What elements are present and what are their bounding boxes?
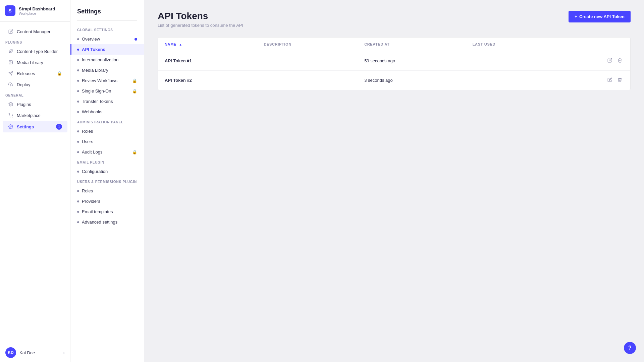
page-title-group: API Tokens List of generated tokens to c… (158, 11, 243, 28)
sidebar-section-plugins: PLUGINS (0, 37, 70, 46)
settings-nav-providers[interactable]: Providers (70, 196, 144, 206)
puzzle-icon (8, 49, 13, 54)
dot-icon (77, 190, 79, 192)
active-dot (135, 38, 137, 41)
page-title: API Tokens (158, 11, 243, 21)
cloud-icon (8, 82, 13, 87)
brand-workspace: Workplace (19, 11, 55, 15)
svg-point-3 (10, 61, 10, 62)
sidebar-footer: KD Kai Doe ‹ (0, 343, 70, 362)
create-button-label: Create new API Token (579, 14, 625, 19)
col-last-used: LAST USED (466, 38, 555, 51)
page-header: API Tokens List of generated tokens to c… (158, 11, 631, 28)
settings-nav-webhooks[interactable]: Webhooks (70, 107, 144, 117)
settings-nav-roles[interactable]: Roles (70, 126, 144, 136)
token-actions (555, 51, 630, 71)
token-last-used (466, 51, 555, 71)
section-email-plugin: EMAIL PLUGIN (70, 157, 144, 166)
table-body: API Token #1 59 seconds ago (158, 51, 630, 90)
marketplace-icon (8, 113, 13, 118)
token-actions (555, 71, 630, 90)
sidebar-section-general: GENERAL (0, 90, 70, 99)
sidebar-item-label: Content Manager (17, 29, 50, 34)
sidebar-nav: Content Manager PLUGINS Content-Type Bui… (0, 22, 70, 343)
settings-nav-roles-up[interactable]: Roles (70, 186, 144, 196)
delete-token-button[interactable] (616, 57, 624, 65)
delete-token-button[interactable] (616, 76, 624, 84)
main-content: API Tokens List of generated tokens to c… (144, 0, 644, 362)
sidebar-item-deploy[interactable]: Deploy (3, 79, 67, 90)
settings-nav-users[interactable]: Users (70, 136, 144, 147)
token-last-used (466, 71, 555, 90)
brand-logo: S (5, 5, 15, 16)
dot-icon (77, 69, 79, 71)
dot-icon (77, 221, 79, 223)
dot-icon (77, 151, 79, 153)
settings-nav-single-sign-on[interactable]: Single Sign-On 🔒 (70, 86, 144, 96)
sidebar: S Strapi Dashboard Workplace Content Man… (0, 0, 70, 362)
sidebar-item-label: Content-Type Builder (17, 49, 58, 54)
api-tokens-table-container: NAME ▲ DESCRIPTION CREATED AT LAST USED (158, 37, 631, 90)
token-created-at: 3 seconds ago (358, 71, 466, 90)
svg-point-8 (12, 117, 12, 117)
col-actions (555, 38, 630, 51)
section-global-settings: GLOBAL SETTINGS (70, 25, 144, 34)
token-description (257, 71, 358, 90)
sidebar-item-content-type-builder[interactable]: Content-Type Builder (3, 46, 67, 57)
settings-title: Settings (70, 0, 144, 20)
api-tokens-table: NAME ▲ DESCRIPTION CREATED AT LAST USED (158, 38, 630, 90)
collapse-button[interactable]: ‹ (63, 350, 65, 355)
table-row: API Token #1 59 seconds ago (158, 51, 630, 71)
settings-nav-transfer-tokens[interactable]: Transfer Tokens (70, 96, 144, 107)
token-description (257, 51, 358, 71)
sidebar-item-media-library[interactable]: Media Library (3, 57, 67, 68)
sidebar-item-label: Media Library (17, 60, 43, 65)
action-buttons (561, 57, 624, 65)
settings-nav-audit-logs[interactable]: Audit Logs 🔒 (70, 147, 144, 157)
lock-icon: 🔒 (57, 71, 62, 76)
lock-icon: 🔒 (132, 78, 137, 83)
brand-name: Strapi Dashboard (19, 6, 55, 11)
sidebar-item-content-manager[interactable]: Content Manager (3, 26, 67, 37)
dot-icon (77, 101, 79, 103)
sidebar-item-marketplace[interactable]: Marketplace (3, 110, 67, 121)
dot-icon (77, 200, 79, 202)
settings-nav-configuration[interactable]: Configuration (70, 166, 144, 177)
sidebar-item-releases[interactable]: Releases 🔒 (3, 68, 67, 79)
section-admin-panel: ADMINISTRATION PANEL (70, 117, 144, 126)
sidebar-item-settings[interactable]: Settings 1 (3, 121, 67, 132)
sidebar-item-label: Releases (17, 71, 35, 76)
dot-icon (77, 49, 79, 51)
edit-token-button[interactable] (606, 57, 613, 65)
col-created-at: CREATED AT (358, 38, 466, 51)
settings-nav-overview[interactable]: Overview (70, 34, 144, 44)
settings-nav-internationalization[interactable]: Internationalization (70, 55, 144, 65)
sidebar-item-plugins[interactable]: Plugins (3, 99, 67, 110)
settings-nav-review-workflows[interactable]: Review Workflows 🔒 (70, 75, 144, 86)
sidebar-item-label: Marketplace (17, 113, 41, 118)
svg-point-7 (10, 117, 10, 117)
token-name: API Token #1 (158, 51, 257, 71)
plus-icon: + (575, 14, 577, 19)
dot-icon (77, 211, 79, 213)
sort-arrow-icon: ▲ (179, 43, 182, 46)
settings-badge: 1 (56, 124, 62, 130)
dot-icon (77, 80, 79, 82)
col-name[interactable]: NAME ▲ (158, 38, 257, 51)
create-api-token-button[interactable]: + Create new API Token (569, 11, 631, 22)
settings-nav-advanced-settings[interactable]: Advanced settings (70, 217, 144, 227)
table-row: API Token #2 3 seconds ago (158, 71, 630, 90)
settings-nav-api-tokens[interactable]: API Tokens (70, 44, 144, 55)
sidebar-item-label: Settings (17, 124, 34, 129)
lock-icon: 🔒 (132, 150, 137, 155)
settings-nav-media-library[interactable]: Media Library (70, 65, 144, 75)
sidebar-item-label: Deploy (17, 82, 30, 87)
user-name: Kai Doe (19, 350, 60, 355)
dot-icon (77, 38, 79, 40)
token-created-at: 59 seconds ago (358, 51, 466, 71)
help-button[interactable]: ? (624, 342, 636, 354)
settings-nav-email-templates[interactable]: Email templates (70, 206, 144, 217)
plugins-icon (8, 102, 13, 107)
dot-icon (77, 90, 79, 92)
edit-token-button[interactable] (606, 76, 613, 84)
